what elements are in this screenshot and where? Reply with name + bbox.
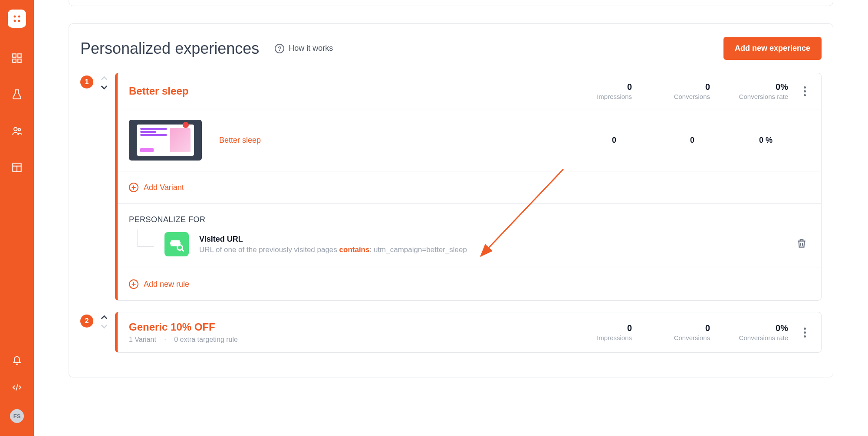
experience-menu-icon[interactable] [799, 325, 810, 340]
variant-impressions: 0 [564, 136, 616, 145]
rule-description: URL of one of the previously visited pag… [199, 246, 783, 254]
stat-impressions-value: 0 [580, 82, 632, 92]
help-icon: ? [275, 44, 284, 53]
audiences-icon[interactable] [11, 125, 23, 137]
main-content: Personalized experiences ? How it works … [34, 0, 868, 436]
personalize-for-label: PERSONALIZE FOR [118, 204, 821, 232]
how-it-works-link[interactable]: ? How it works [275, 44, 333, 53]
add-experience-button[interactable]: Add new experience [723, 37, 822, 60]
experience-name: Generic 10% OFF [129, 321, 580, 333]
delete-rule-icon[interactable] [793, 235, 810, 253]
variant-name: Better sleep [219, 136, 547, 145]
experience-header[interactable]: Generic 10% OFF 1 Variant · 0 extra targ… [118, 312, 821, 352]
svg-point-8 [14, 128, 17, 131]
stat-convrate-label: Conversions rate [736, 334, 788, 341]
user-avatar[interactable]: FS [10, 409, 24, 423]
experience-row: 2 Generic 10% [80, 312, 822, 353]
stat-impressions-label: Impressions [580, 93, 632, 100]
brand-logo[interactable] [8, 10, 26, 28]
reorder-down-icon[interactable] [100, 84, 108, 91]
reorder-down-icon [100, 323, 108, 330]
svg-rect-4 [13, 54, 16, 57]
stat-conversions-label: Conversions [658, 334, 710, 341]
add-variant-label: Add Variant [144, 183, 184, 192]
plus-icon: + [129, 279, 138, 289]
stat-impressions-label: Impressions [580, 334, 632, 341]
sidebar: FS [0, 0, 34, 436]
variant-row[interactable]: Better sleep 0 0 0 % [118, 109, 821, 171]
svg-rect-6 [13, 59, 16, 62]
rule-count: 0 extra targeting rule [174, 336, 238, 343]
rule-connector-icon [137, 229, 154, 247]
variant-thumbnail [129, 120, 202, 161]
stat-convrate-value: 0% [736, 323, 788, 333]
reorder-up-icon [100, 75, 108, 82]
variant-count: 1 Variant [129, 336, 156, 343]
page-title: Personalized experiences [80, 39, 259, 58]
experience-row: 1 Better slee [80, 73, 822, 301]
reorder-up-icon[interactable] [100, 315, 108, 321]
how-it-works-label: How it works [289, 44, 333, 53]
top-card-edge [69, 0, 833, 6]
svg-point-2 [14, 20, 16, 22]
variant-convrate: 0 % [720, 136, 773, 145]
variant-conversions: 0 [642, 136, 694, 145]
svg-point-1 [18, 16, 20, 18]
svg-point-3 [18, 20, 20, 22]
stat-convrate-label: Conversions rate [736, 93, 788, 100]
stat-conversions-label: Conversions [658, 93, 710, 100]
svg-line-15 [182, 249, 184, 252]
order-badge: 2 [80, 315, 93, 328]
experience-header[interactable]: Better sleep 0 Impressions 0 Conversions [118, 73, 821, 109]
experience-menu-icon[interactable] [799, 84, 810, 99]
add-rule-button[interactable]: + Add new rule [129, 279, 189, 289]
svg-rect-7 [18, 59, 21, 62]
svg-point-0 [14, 16, 16, 18]
developer-icon[interactable] [11, 381, 23, 393]
experience-card: Better sleep 0 Impressions 0 Conversions [115, 73, 822, 301]
stat-conversions-value: 0 [658, 82, 710, 92]
order-badge: 1 [80, 75, 93, 89]
stat-impressions-value: 0 [580, 323, 632, 333]
experience-name: Better sleep [129, 85, 580, 97]
experiments-icon[interactable] [11, 89, 23, 101]
svg-point-9 [18, 128, 20, 131]
add-variant-button[interactable]: + Add Variant [129, 183, 184, 192]
rule-title: Visited URL [199, 235, 783, 244]
svg-line-11 [16, 384, 18, 390]
layouts-icon[interactable] [11, 161, 23, 174]
notifications-icon[interactable] [11, 354, 23, 366]
experience-card: Generic 10% OFF 1 Variant · 0 extra targ… [115, 312, 822, 353]
targeting-rule: www Visited URL URL of one of the previo… [118, 232, 821, 268]
add-rule-label: Add new rule [144, 280, 189, 289]
svg-rect-5 [18, 54, 21, 57]
visited-url-icon: www [164, 232, 189, 256]
stat-conversions-value: 0 [658, 323, 710, 333]
dashboard-icon[interactable] [11, 52, 23, 64]
stat-convrate-value: 0% [736, 82, 788, 92]
plus-icon: + [129, 183, 138, 192]
experiences-panel: Personalized experiences ? How it works … [69, 23, 833, 377]
